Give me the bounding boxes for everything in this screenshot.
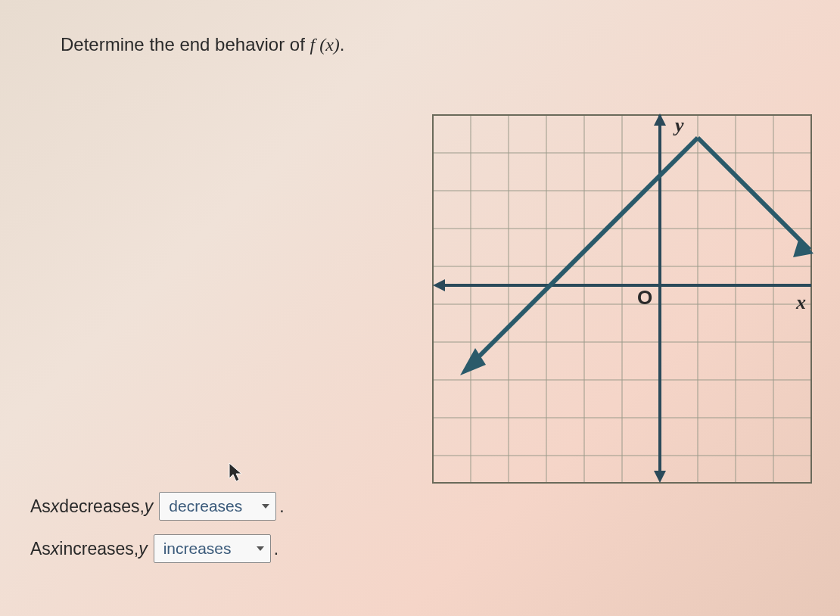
answer1-selected: decreases: [169, 497, 242, 515]
grid-lines: [433, 115, 811, 483]
x-axis-arrow-left: [433, 279, 445, 291]
answer1-prefix: As: [30, 496, 51, 517]
answer1-var1: x: [51, 496, 60, 517]
graph-plot: O y x: [431, 114, 814, 484]
function-curve: [471, 138, 810, 365]
y-axis-arrow-down: [654, 471, 666, 483]
graph-svg: O y x: [431, 114, 814, 484]
question-suffix: .: [340, 34, 345, 54]
origin-label: O: [637, 286, 652, 309]
x-axis-label: x: [795, 291, 806, 313]
question-prefix: Determine the end behavior of: [61, 34, 310, 54]
answer1-period: .: [279, 496, 284, 517]
question-text: Determine the end behavior of f (x).: [61, 34, 345, 55]
question-fx: f (x): [310, 35, 340, 54]
answer-row-1: As x decreases, y decreases .: [30, 492, 285, 521]
answer2-dropdown[interactable]: increases: [154, 534, 271, 563]
cursor-icon: [227, 462, 244, 486]
axes: [440, 115, 811, 475]
answer1-mid: decreases,: [59, 496, 145, 517]
answer2-var1: x: [51, 539, 60, 559]
y-axis-label: y: [673, 114, 684, 136]
answer-section: As x decreases, y decreases . As x incre…: [30, 492, 285, 577]
answer2-prefix: As: [30, 539, 51, 559]
answer2-period: .: [274, 539, 278, 559]
answer-row-2: As x increases, y increases .: [30, 534, 285, 563]
answer2-var2: y: [138, 539, 148, 559]
answer1-var2: y: [145, 496, 154, 517]
answer1-dropdown[interactable]: decreases: [159, 492, 276, 521]
svg-line-25: [698, 138, 810, 250]
answer2-selected: increases: [163, 540, 232, 557]
answer2-mid: increases,: [59, 539, 138, 559]
